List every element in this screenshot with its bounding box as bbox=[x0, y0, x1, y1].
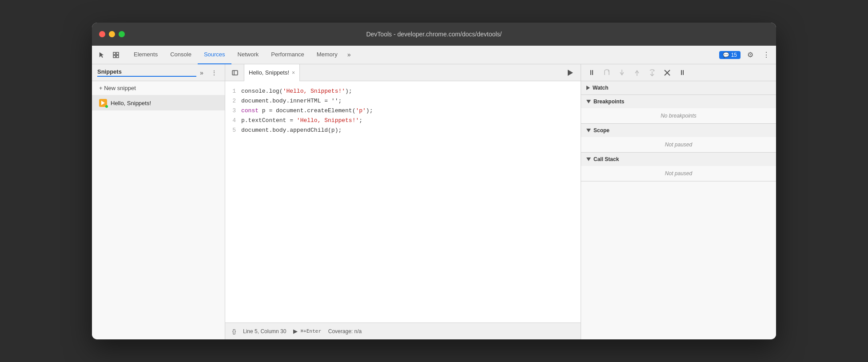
main-content: Snippets » ⋮ + New snippet Hello, Snippe… bbox=[92, 64, 776, 339]
file-tab[interactable]: Hello, Snippets! × bbox=[244, 64, 300, 81]
snippet-icon bbox=[99, 99, 107, 107]
sidebar-menu-button[interactable]: ⋮ bbox=[209, 67, 219, 78]
scope-content: Not paused bbox=[581, 137, 776, 152]
svg-rect-5 bbox=[232, 71, 238, 75]
breakpoints-chevron bbox=[586, 100, 591, 103]
more-options-button[interactable]: ⋮ bbox=[760, 49, 772, 61]
run-shortcut: ⌘+Enter bbox=[300, 328, 321, 334]
code-line-1: 1 console.log('Hello, Snippets!'); bbox=[225, 87, 581, 96]
message-icon: 💬 bbox=[723, 52, 729, 58]
tab-elements[interactable]: Elements bbox=[127, 46, 164, 64]
watch-chevron bbox=[586, 86, 590, 90]
inspect-tool[interactable] bbox=[110, 49, 122, 61]
code-text: document.body.innerHTML = ''; bbox=[241, 96, 342, 106]
svg-rect-0 bbox=[113, 52, 115, 55]
window-title: DevTools - developer.chrome.com/docs/dev… bbox=[366, 31, 502, 38]
code-line-2: 2 document.body.innerHTML = ''; bbox=[225, 96, 581, 106]
editor-tabs: Hello, Snippets! × bbox=[225, 64, 581, 81]
step-over-button[interactable] bbox=[601, 67, 613, 79]
sidebar-more-button[interactable]: » bbox=[196, 67, 207, 78]
scope-label: Scope bbox=[593, 127, 609, 134]
maximize-button[interactable] bbox=[119, 31, 125, 37]
cursor-position: Line 5, Column 30 bbox=[243, 328, 286, 334]
code-line-4: 4 p.textContent = 'Hello, Snippets!'; bbox=[225, 116, 581, 126]
format-button[interactable]: {} bbox=[232, 328, 236, 334]
callstack-chevron bbox=[586, 157, 591, 161]
tabs-more-button[interactable]: » bbox=[344, 46, 354, 64]
svg-rect-3 bbox=[116, 55, 119, 58]
coverage-label: Coverage: n/a bbox=[328, 328, 362, 334]
status-bar: {} Line 5, Column 30 ▶ ⌘+Enter Coverage:… bbox=[225, 323, 581, 339]
run-icon: ▶ bbox=[293, 328, 298, 334]
run-snippet-button[interactable] bbox=[563, 66, 577, 80]
editor-area: Hello, Snippets! × 1 console.log('Hello,… bbox=[225, 64, 581, 339]
scope-header[interactable]: Scope bbox=[581, 124, 776, 137]
traffic-lights bbox=[99, 31, 125, 37]
svg-marker-4 bbox=[101, 101, 105, 105]
new-snippet-label: + New snippet bbox=[99, 85, 136, 91]
line-number: 4 bbox=[225, 116, 241, 126]
run-status[interactable]: ▶ ⌘+Enter bbox=[293, 328, 321, 334]
callstack-header[interactable]: Call Stack bbox=[581, 153, 776, 166]
tab-performance[interactable]: Performance bbox=[265, 46, 310, 64]
step-into-button[interactable] bbox=[616, 67, 628, 79]
tab-bar-right: 💬 15 ⚙ ⋮ bbox=[719, 49, 772, 61]
right-panel: ⏸ bbox=[581, 64, 776, 339]
sidebar-actions: » ⋮ bbox=[196, 67, 219, 78]
callstack-label: Call Stack bbox=[593, 156, 619, 162]
line-number: 1 bbox=[225, 87, 241, 96]
tab-bar: Elements Console Sources Network Perform… bbox=[92, 46, 776, 64]
step-button[interactable] bbox=[646, 67, 658, 79]
callstack-section: Call Stack Not paused bbox=[581, 153, 776, 181]
minimize-button[interactable] bbox=[109, 31, 115, 37]
line-number: 2 bbox=[225, 96, 241, 106]
watch-label: Watch bbox=[593, 85, 609, 91]
tab-console[interactable]: Console bbox=[164, 46, 198, 64]
main-tabs: Elements Console Sources Network Perform… bbox=[127, 46, 719, 64]
breakpoints-label: Breakpoints bbox=[593, 98, 624, 105]
code-text: document.body.appendChild(p); bbox=[241, 126, 342, 135]
svg-rect-2 bbox=[113, 55, 115, 58]
tab-sources[interactable]: Sources bbox=[198, 46, 231, 64]
deactivate-breakpoints-button[interactable] bbox=[661, 67, 673, 79]
snippet-item[interactable]: Hello, Snippets! bbox=[92, 95, 225, 110]
settings-button[interactable]: ⚙ bbox=[744, 49, 757, 61]
code-text: console.log('Hello, Snippets!'); bbox=[241, 87, 352, 96]
breakpoints-content: No breakpoints bbox=[581, 108, 776, 123]
line-number: 3 bbox=[225, 106, 241, 116]
pause-on-exceptions-button[interactable]: ⏸ bbox=[676, 67, 689, 79]
code-text: const p = document.createElement('p'); bbox=[241, 106, 373, 116]
snippet-name: Hello, Snippets! bbox=[111, 100, 151, 106]
debug-toolbar: ⏸ bbox=[581, 64, 776, 81]
code-editor[interactable]: 1 console.log('Hello, Snippets!'); 2 doc… bbox=[225, 81, 581, 323]
pause-button[interactable]: ⏸ bbox=[585, 67, 598, 79]
format-icon: {} bbox=[232, 328, 236, 334]
devtools-window: DevTools - developer.chrome.com/docs/dev… bbox=[92, 23, 776, 339]
title-bar: DevTools - developer.chrome.com/docs/dev… bbox=[92, 23, 776, 46]
tab-bar-tools bbox=[96, 49, 122, 61]
code-line-3: 3 const p = document.createElement('p'); bbox=[225, 106, 581, 116]
code-text: p.textContent = 'Hello, Snippets!'; bbox=[241, 116, 362, 126]
close-button[interactable] bbox=[99, 31, 105, 37]
watch-header[interactable]: Watch bbox=[581, 81, 776, 94]
scope-section: Scope Not paused bbox=[581, 124, 776, 153]
scope-chevron bbox=[586, 129, 591, 132]
step-out-button[interactable] bbox=[631, 67, 643, 79]
breakpoints-section: Breakpoints No breakpoints bbox=[581, 95, 776, 124]
file-tab-close[interactable]: × bbox=[292, 70, 295, 76]
line-number: 5 bbox=[225, 126, 241, 135]
callstack-content: Not paused bbox=[581, 166, 776, 181]
svg-marker-7 bbox=[568, 70, 573, 76]
sidebar-title: Snippets bbox=[97, 68, 196, 77]
tab-memory[interactable]: Memory bbox=[311, 46, 344, 64]
new-snippet-button[interactable]: + New snippet bbox=[92, 81, 225, 95]
tab-network[interactable]: Network bbox=[231, 46, 265, 64]
notifications-badge[interactable]: 💬 15 bbox=[719, 51, 741, 59]
sidebar-header: Snippets » ⋮ bbox=[92, 64, 225, 81]
code-line-5: 5 document.body.appendChild(p); bbox=[225, 126, 581, 135]
watch-section: Watch bbox=[581, 81, 776, 95]
breakpoints-header[interactable]: Breakpoints bbox=[581, 95, 776, 108]
cursor-tool[interactable] bbox=[96, 49, 108, 61]
file-tab-label: Hello, Snippets! bbox=[249, 69, 289, 76]
toggle-sidebar-button[interactable] bbox=[229, 67, 241, 79]
